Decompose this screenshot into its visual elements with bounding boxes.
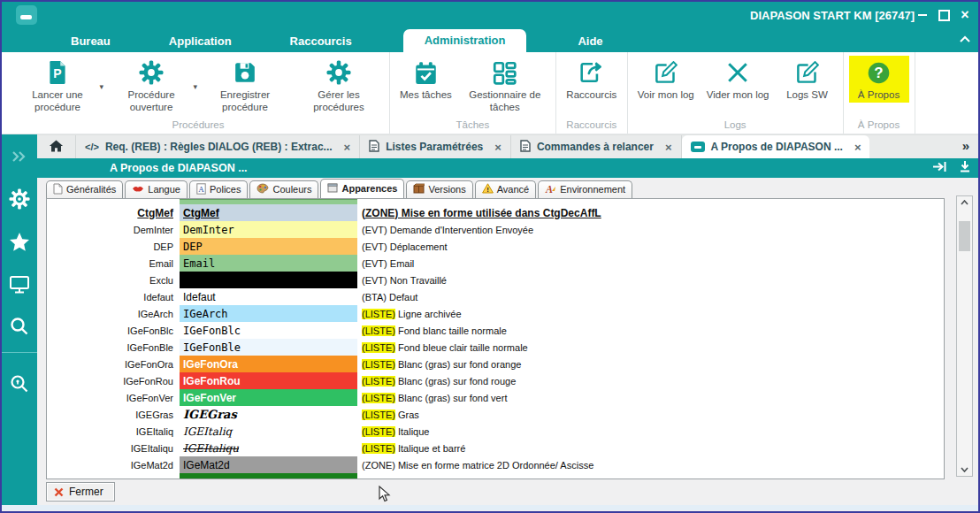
table-row[interactable]: DemInterDemInter(EVT) Demande d'Interven… [47, 221, 944, 238]
table-row[interactable]: IGeMat2dIGeMat2d(ZONE) Mise en forme mat… [47, 456, 944, 473]
dropdown-caret-icon[interactable]: ▾ [99, 82, 103, 91]
close-tab-icon[interactable]: × [665, 141, 672, 154]
close-tab-icon[interactable]: × [494, 141, 501, 154]
ribbon-item-label: Gérer les procédures [298, 89, 379, 113]
maximize-icon [938, 10, 950, 21]
sidebar-gear-wheel-icon[interactable] [2, 188, 37, 211]
home-tab[interactable] [37, 135, 76, 158]
table-row[interactable]: IGeFonRouIGeFonRou(LISTE) Blanc (gras) s… [47, 372, 944, 389]
ribbon-item[interactable]: Gérer les procédures [294, 56, 384, 114]
settings-tab-label: Généralités [66, 184, 116, 195]
settings-tab-versions[interactable]: Versions [406, 180, 472, 198]
edit-icon [795, 58, 819, 87]
table-row[interactable]: ExcluExclu(EVT) Non Travaillé [47, 272, 944, 288]
ribbon-item[interactable]: Gestionnaire de tâches [460, 56, 550, 114]
table-row[interactable]: IGEGrasIGEGras(LISTE) Gras [47, 406, 944, 423]
minimize-button[interactable] [915, 7, 930, 23]
description-tag: (LISTE) [362, 443, 395, 454]
table-row[interactable]: DEPDEP(EVT) Déplacement [47, 238, 944, 255]
close-tab-icon[interactable]: × [344, 141, 351, 154]
sidebar-star-icon[interactable] [2, 230, 37, 253]
settings-tab-généralités[interactable]: Généralités [46, 180, 123, 198]
settings-tab-avancé[interactable]: !Avancé [475, 180, 537, 198]
settings-tab-environnement[interactable]: AEnvironnement [538, 180, 632, 198]
ribbon-item-label: Gestionnaire de tâches [464, 89, 546, 113]
description-tag: (EVT) [362, 258, 387, 269]
description-text: Ligne archivée [395, 309, 462, 319]
scroll-down-arrow[interactable] [957, 463, 972, 476]
settings-tab-strip: GénéralitésLangueAPolicesCouleursApparen… [46, 180, 634, 198]
ribbon-item[interactable]: Enregistrer procédure [200, 56, 290, 114]
ribbon-item[interactable]: ▾Procédure ouverture [106, 56, 196, 114]
ribbon-group-label: À Propos [849, 119, 909, 132]
download-icon[interactable] [959, 160, 971, 176]
cell-name: DEP [47, 241, 180, 252]
table-row[interactable]: IGeArchIGeArch(LISTE) Ligne archivée [47, 305, 944, 322]
dropdown-caret-icon[interactable]: ▾ [193, 82, 197, 91]
header-col-name: CtgMef [47, 207, 180, 219]
table-row[interactable]: EmailEmail(EVT) Email [47, 255, 944, 272]
close-button[interactable]: × [957, 7, 973, 23]
sidebar-monitor-icon[interactable] [2, 272, 37, 295]
settings-tab-langue[interactable]: Langue [125, 180, 188, 198]
table-row[interactable]: IdefautIdefaut(BTA) Defaut [47, 288, 944, 305]
svg-text:A: A [198, 185, 204, 194]
description-text: Mise en forme matrice 2D Ordonnée/ Ascis… [395, 460, 593, 471]
close-panel-label: Fermer [69, 486, 103, 498]
settings-tab-polices[interactable]: APolices [189, 180, 248, 198]
settings-tab-apparences[interactable]: Apparences [320, 179, 404, 198]
gear-icon [139, 58, 164, 87]
ribbon-item[interactable]: P▾Lancer une procédure [12, 56, 103, 114]
ribbon-item[interactable]: Logs SW [777, 56, 838, 103]
mouse-cursor [379, 486, 393, 507]
menu-tab-bureau[interactable]: Bureau [64, 34, 118, 48]
cell-name: IGeFonRou [47, 376, 180, 387]
table-row[interactable]: IGeFonBlcIGeFonBlc(LISTE) Fond blanc tai… [47, 322, 944, 339]
ribbon-item[interactable]: Raccourcis [562, 56, 622, 103]
ribbon-item[interactable]: Mes tâches [395, 56, 456, 103]
ribbon-item[interactable]: Voir mon log [633, 56, 699, 103]
cell-preview: Idefaut [180, 288, 357, 305]
collapse-ribbon-button[interactable] [959, 32, 971, 48]
document-tab-bar: </>Req. (REB) : Règles DIALOG (REB) : Ex… [37, 134, 978, 158]
sidebar-search-icon[interactable] [2, 315, 37, 338]
close-panel-button[interactable]: Fermer [46, 482, 115, 502]
maximize-button[interactable] [936, 7, 952, 23]
table-row[interactable]: IGeFonBleIGeFonBle(LISTE) Fond bleue cla… [47, 339, 944, 356]
close-tab-icon[interactable]: × [854, 141, 861, 154]
header-col-preview: CtgMef [180, 204, 357, 221]
document-tab[interactable]: A Propos de DIAPASON ...× [682, 135, 870, 158]
menu-tab-application[interactable]: Application [162, 34, 239, 48]
document-tab-label: A Propos de DIAPASON ... [711, 141, 843, 153]
menu-tab-raccourcis[interactable]: Raccourcis [283, 34, 359, 48]
menu-tab-administration[interactable]: Administration [403, 29, 527, 52]
sidebar-double-chevron-right-icon[interactable] [2, 145, 37, 168]
cell-preview: IGeFonVer [180, 389, 357, 406]
app-logo-icon[interactable] [16, 5, 37, 25]
ribbon-item[interactable]: ?À Propos [849, 56, 909, 103]
tab-overflow-button[interactable]: » [962, 138, 969, 153]
sidebar-search-pin-icon[interactable] [2, 372, 37, 395]
panel-title: A Propos de DIAPASON ... [37, 162, 248, 174]
ribbon-item[interactable]: Vider mon log [702, 56, 774, 103]
table-row[interactable]: IGeFonOraIGeFonOra(LISTE) Blanc (gras) s… [47, 356, 944, 372]
menu-tab-aide[interactable]: Aide [570, 34, 609, 48]
cell-description: (LISTE) Italique et barré [357, 443, 465, 454]
table-row[interactable]: IGEItaliquIGEItaliqu(LISTE) Italique et … [47, 440, 944, 456]
description-text: Déplacement [387, 241, 448, 252]
table-row[interactable]: IGEItaliqIGEItaliq(LISTE) Italique [47, 423, 944, 440]
vertical-scrollbar[interactable] [956, 195, 973, 477]
cell-preview: IGeArch [180, 305, 357, 322]
scrollbar-thumb[interactable] [959, 221, 970, 251]
document-tab[interactable]: </>Req. (REB) : Règles DIALOG (REB) : Ex… [76, 135, 360, 158]
settings-tab-couleurs[interactable]: Couleurs [249, 180, 318, 198]
document-tab[interactable]: Commandes à relancer× [511, 135, 682, 158]
table-row[interactable]: IGeFonVerIGeFonVer(LISTE) Blanc (gras) s… [47, 389, 944, 406]
goto-end-icon[interactable] [932, 160, 948, 176]
sidebar-divider [2, 352, 37, 353]
settings-tab-label: Polices [210, 184, 241, 195]
document-tab[interactable]: Listes Paramétrées× [360, 135, 511, 158]
cell-preview: IGeFonRou [180, 372, 357, 389]
scroll-up-arrow[interactable] [957, 196, 972, 209]
cell-name: DemInter [47, 225, 180, 235]
